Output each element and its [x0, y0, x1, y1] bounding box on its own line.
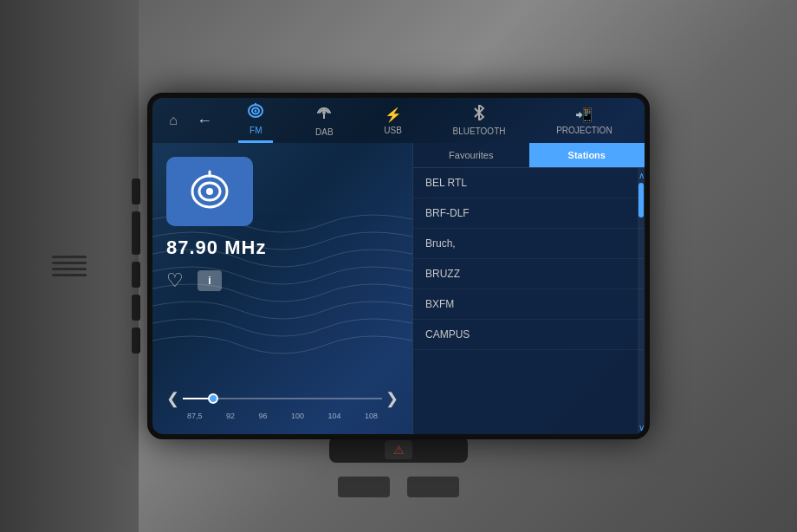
screen-bezel: ⌂ ←	[147, 93, 650, 439]
scroll-up-button[interactable]: ∧	[638, 168, 645, 182]
tab-bluetooth[interactable]: Bluetooth	[444, 98, 515, 143]
info-button[interactable]: i	[198, 270, 222, 291]
side-btn[interactable]	[132, 295, 140, 321]
screen: ⌂ ←	[152, 98, 645, 434]
list-item[interactable]: BXFM	[413, 289, 645, 320]
list-item[interactable]: BRF-DLF	[413, 198, 645, 229]
back-button[interactable]: ←	[191, 107, 218, 134]
back-icon: ←	[197, 112, 212, 130]
home-button[interactable]: ⌂	[159, 107, 187, 134]
bluetooth-label: Bluetooth	[453, 127, 506, 136]
playback-controls: ♡ i	[166, 269, 398, 292]
vent-line	[52, 262, 87, 264]
projection-label: Projection	[556, 126, 612, 135]
scroll-up-icon: ∧	[638, 171, 645, 180]
frequency-scale: ❮ ❯	[166, 389, 398, 408]
station-name: BEL RTL	[425, 177, 467, 189]
vent-line	[52, 274, 87, 276]
tab-stations[interactable]: Stations	[529, 143, 645, 167]
scroll-down-icon: ∨	[638, 423, 645, 432]
list-item[interactable]: BRUZZ	[413, 259, 645, 289]
frequency-value: 87.90 MHz	[166, 237, 266, 259]
list-item[interactable]: CAMPUS	[413, 320, 645, 350]
scroll-down-button[interactable]: ∨	[638, 420, 645, 434]
tab-usb[interactable]: ⚡ USB	[375, 98, 411, 143]
freq-label-108: 108	[365, 412, 378, 420]
vent-line	[52, 268, 87, 270]
prev-icon: ❮	[166, 390, 179, 407]
stations-list: BEL RTL BRF-DLF Bruch, BRUZZ BXFM	[413, 168, 645, 434]
station-list-panel: Favourites Stations BEL RTL BRF-DLF	[412, 143, 645, 434]
station-name: BRF-DLF	[425, 207, 470, 219]
home-icon: ⌂	[169, 113, 178, 128]
station-name: BRUZZ	[425, 268, 460, 280]
hazard-section: ⚠	[329, 437, 468, 463]
freq-indicator	[208, 393, 218, 404]
top-nav: ⌂ ←	[152, 98, 645, 143]
side-btn[interactable]	[132, 328, 140, 354]
frequency-bar[interactable]	[183, 390, 382, 407]
svg-point-2	[255, 110, 257, 113]
bottom-btn-left[interactable]	[338, 477, 390, 497]
freq-label-104: 104	[327, 412, 340, 420]
station-name: Bruch,	[425, 237, 456, 250]
fm-icon	[247, 103, 264, 123]
stations-label: Stations	[568, 150, 606, 160]
svg-point-8	[206, 188, 213, 195]
dashboard: ⌂ ←	[0, 0, 797, 532]
freq-label-875: 87,5	[187, 412, 203, 420]
projection-icon: 📲	[575, 107, 593, 123]
left-panel	[0, 0, 139, 532]
frequency-labels: 87,5 92 96 100 104 108	[166, 412, 398, 420]
tab-dab[interactable]: DAB	[307, 98, 342, 143]
bottom-btn-right[interactable]	[407, 477, 459, 497]
freq-label-100: 100	[291, 412, 304, 420]
bottom-buttons	[338, 477, 459, 497]
nav-tabs: FM DAB	[222, 98, 638, 143]
scrollbar[interactable]: ∧ ∨	[638, 168, 645, 434]
vent	[52, 256, 87, 276]
prev-frequency-button[interactable]: ❮	[166, 389, 179, 408]
freq-label-96: 96	[258, 412, 267, 420]
freq-label-92: 92	[226, 412, 235, 420]
hazard-icon: ⚠	[393, 443, 405, 457]
favorite-button[interactable]: ♡	[166, 269, 184, 292]
bluetooth-icon	[473, 105, 485, 124]
dab-icon	[315, 105, 333, 125]
heart-icon: ♡	[166, 269, 184, 291]
fm-label: FM	[249, 126, 262, 135]
radio-antenna-icon	[188, 170, 231, 213]
side-btn[interactable]	[132, 211, 140, 255]
tuner-section: ❮ ❯ 87,5	[166, 382, 398, 420]
side-btn[interactable]	[132, 178, 140, 204]
list-item[interactable]: Bruch,	[413, 229, 645, 259]
side-btn[interactable]	[132, 262, 140, 288]
tab-favourites[interactable]: Favourites	[413, 143, 529, 167]
vent-line	[52, 256, 87, 258]
list-item[interactable]: BEL RTL	[413, 168, 645, 198]
usb-label: USB	[384, 126, 402, 135]
frequency-display: 87.90 MHz	[166, 237, 398, 259]
side-buttons	[132, 178, 140, 354]
station-name: CAMPUS	[425, 328, 470, 341]
usb-icon: ⚡	[385, 107, 402, 123]
main-content: 87.90 MHz ♡ i	[152, 143, 645, 434]
now-playing-panel: 87.90 MHz ♡ i	[152, 143, 412, 434]
next-frequency-button[interactable]: ❯	[386, 389, 398, 408]
next-icon: ❯	[386, 390, 398, 407]
tab-projection[interactable]: 📲 Projection	[548, 98, 620, 143]
dab-label: DAB	[315, 127, 334, 137]
favourites-label: Favourites	[449, 150, 493, 160]
info-icon: i	[208, 275, 211, 287]
tab-fm[interactable]: FM	[238, 98, 273, 143]
hazard-button[interactable]: ⚠	[385, 440, 412, 459]
station-card	[166, 157, 253, 226]
svg-point-4	[322, 111, 326, 114]
station-name: BXFM	[425, 298, 454, 310]
station-tabs: Favourites Stations	[413, 143, 645, 168]
scrollbar-thumb[interactable]	[638, 183, 644, 217]
